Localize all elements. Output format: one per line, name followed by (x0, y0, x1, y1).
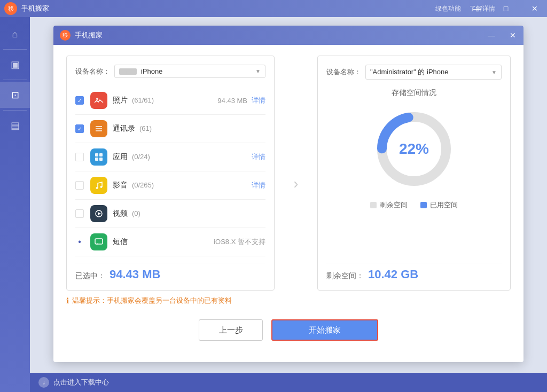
svg-rect-4 (95, 153, 98, 156)
target-device-select[interactable]: "Administrator" 的 iPhone ▼ (365, 65, 502, 80)
photos-checkbox[interactable] (75, 96, 84, 105)
donut-chart-svg: 22% (371, 106, 457, 192)
apps-checkbox[interactable] (75, 153, 84, 161)
target-device-chevron: ▼ (491, 69, 497, 75)
legend-used-dot (420, 202, 427, 208)
start-button[interactable]: 开始搬家 (271, 319, 378, 341)
source-device-chevron: ▼ (255, 68, 261, 74)
sidebar-item-backup[interactable]: ⊡ (0, 82, 30, 108)
bottom-bar[interactable]: ↓ 点击进入下载中心 (30, 373, 547, 392)
outer-window-controls: — □ ✕ (465, 0, 547, 17)
storage-percent: 22% (399, 140, 429, 158)
target-device-name: "Administrator" 的 iPhone (370, 67, 449, 77)
content-area: 移 手机搬家 — ✕ 设备名称： (30, 17, 547, 392)
dialog-window: 移 手机搬家 — ✕ 设备名称： (53, 26, 523, 362)
svg-point-0 (96, 98, 98, 100)
sms-indicator (75, 238, 84, 246)
outer-close-button[interactable]: ✕ (522, 0, 547, 17)
sidebar-separator-3 (3, 110, 27, 111)
sidebar-separator-2 (3, 80, 27, 80)
legend-free: 剩余空间 (370, 200, 408, 210)
video-checkbox[interactable] (75, 209, 84, 218)
source-device-header: 设备名称： ■■■■■ iPhone ▼ (75, 65, 265, 78)
sidebar-separator-1 (3, 49, 27, 50)
music-name: 影音 (0/265) (113, 181, 252, 190)
apps-detail[interactable]: 详情 (252, 152, 265, 162)
warning-bar: ℹ 温馨提示：手机搬家会覆盖另一台设备中的已有资料 (66, 291, 511, 311)
dialog-close-button[interactable]: ✕ (502, 26, 523, 45)
legend-used: 已用空间 (420, 200, 458, 210)
photos-icon (90, 92, 107, 109)
apps-icon (90, 148, 107, 166)
bottom-bar-text: 点击进入下载中心 (53, 378, 109, 387)
target-panel: 设备名称： "Administrator" 的 iPhone ▼ 存储空间情况 (317, 56, 511, 291)
free-space-row: 剩余空间： 10.42 GB (326, 263, 502, 281)
free-label: 剩余空间： (326, 271, 364, 281)
sms-icon (90, 233, 107, 250)
storage-donut-chart: 22% (326, 106, 502, 192)
dialog-window-controls: — ✕ (481, 26, 523, 45)
feature-icon: ▣ (11, 59, 20, 70)
storage-title: 存储空间情况 (326, 88, 502, 98)
video-icon (90, 205, 107, 222)
contacts-name: 通讯录 (61) (113, 124, 265, 134)
svg-rect-6 (95, 158, 98, 161)
target-device-label: 设备名称： (326, 67, 361, 77)
warning-text: 温馨提示：手机搬家会覆盖另一台设备中的已有资料 (72, 296, 232, 305)
outer-minimize-button[interactable]: — (465, 0, 489, 17)
back-button[interactable]: 上一步 (199, 319, 263, 341)
list-item-video: 视频 (0) (75, 200, 265, 228)
svg-point-8 (96, 187, 98, 189)
dialog-logo: 移 (60, 30, 71, 41)
list-item-contacts: 通讯录 (61) (75, 115, 265, 143)
sms-unsupported: iOS8.X 暂不支持 (214, 237, 265, 247)
list-item-photos: 照片 (61/61) 94.43 MB 详情 (75, 87, 265, 115)
sidebar-item-home[interactable]: ⌂ (0, 21, 30, 47)
outer-title-bar: 移 手机搬家 绿色功能 了解详情 — □ ✕ (0, 0, 547, 17)
home-icon: ⌂ (12, 29, 18, 40)
svg-rect-5 (99, 153, 103, 156)
sidebar: ⌂ ▣ ⊡ ▤ (0, 17, 30, 392)
source-device-label: 设备名称： (75, 67, 110, 76)
sms-name: 短信 (113, 237, 214, 247)
dialog-title: 手机搬家 (75, 30, 103, 40)
tools-icon: ▤ (11, 120, 20, 131)
free-value: 10.42 GB (368, 268, 418, 281)
title-link-green[interactable]: 绿色功能 (435, 4, 461, 13)
list-item-sms: 短信 iOS8.X 暂不支持 (75, 228, 265, 256)
dialog-minimize-button[interactable]: — (481, 26, 502, 45)
photos-detail[interactable]: 详情 (252, 96, 265, 105)
backup-icon: ⊡ (11, 89, 19, 101)
legend-used-label: 已用空间 (430, 200, 458, 210)
sidebar-item-feature[interactable]: ▣ (0, 52, 30, 77)
source-device-name: ■■■■■ iPhone (119, 67, 162, 75)
selected-value: 94.43 MB (110, 268, 160, 281)
list-item-music: 影音 (0/265) 详情 (75, 171, 265, 200)
dialog-title-bar: 移 手机搬家 — ✕ (53, 26, 523, 45)
selected-total-row: 已选中： 94.43 MB (75, 263, 265, 281)
source-panel: 设备名称： ■■■■■ iPhone ▼ (66, 56, 275, 291)
list-item-apps: 应用 (0/24) 详情 (75, 143, 265, 171)
svg-point-9 (100, 186, 103, 188)
main-layout: ⌂ ▣ ⊡ ▤ 移 手机搬家 — ✕ (0, 17, 547, 392)
music-checkbox[interactable] (75, 181, 84, 190)
contacts-checkbox[interactable] (75, 124, 84, 133)
apps-name: 应用 (0/24) (113, 152, 252, 162)
dialog-body: 设备名称： ■■■■■ iPhone ▼ (53, 45, 523, 362)
svg-rect-7 (99, 158, 103, 161)
target-device-header: 设备名称： "Administrator" 的 iPhone ▼ (326, 65, 502, 80)
action-buttons: 上一步 开始搬家 (66, 311, 511, 351)
photos-size: 94.43 MB (217, 97, 247, 105)
music-detail[interactable]: 详情 (252, 181, 265, 190)
music-icon (90, 177, 107, 194)
source-device-select[interactable]: ■■■■■ iPhone ▼ (114, 65, 265, 78)
sidebar-item-tools[interactable]: ▤ (0, 113, 30, 138)
legend-free-dot (370, 202, 377, 208)
panels-row: 设备名称： ■■■■■ iPhone ▼ (66, 56, 511, 291)
outer-maximize-button[interactable]: □ (494, 0, 518, 17)
transfer-arrow: › (283, 56, 309, 291)
app-logo: 移 (4, 2, 17, 15)
photos-name: 照片 (61/61) (113, 96, 217, 105)
warning-icon: ℹ (66, 296, 69, 305)
arrow-right-icon: › (293, 175, 298, 192)
